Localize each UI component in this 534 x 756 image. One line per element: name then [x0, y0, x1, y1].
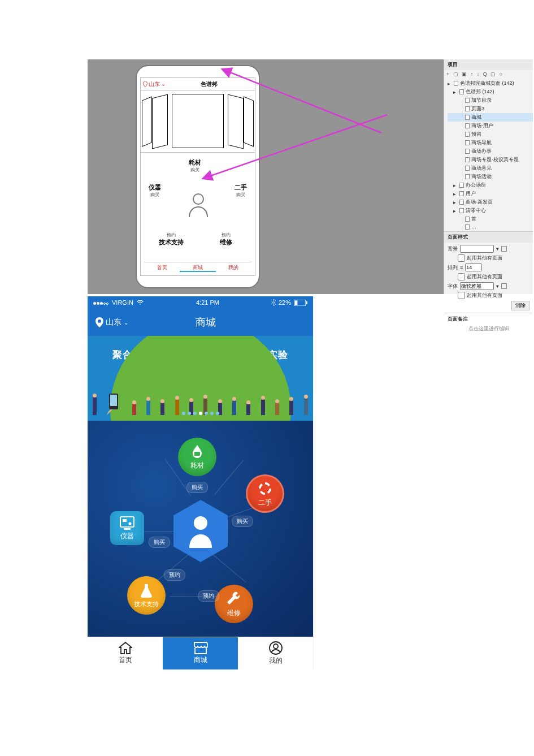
carousel-slide-right	[228, 94, 244, 149]
style-align-apply-check[interactable]: 起用其他有页面	[448, 273, 529, 280]
hero-banner[interactable]: 聚合众人的智慧 让天下没有难做的实验	[88, 336, 313, 421]
tree-item[interactable]: …	[448, 223, 533, 230]
pager-dot[interactable]	[193, 412, 197, 415]
tree-item[interactable]: 加节目录	[448, 96, 533, 105]
tree-expand-icon[interactable]: ▸	[453, 89, 458, 95]
wireframe-cat-yiqi[interactable]: 仪器 购买	[149, 183, 161, 198]
checkbox-bg-apply[interactable]	[458, 254, 465, 262]
style-bg-apply-check[interactable]: 起用其他有页面	[448, 254, 529, 262]
chip-buy-1[interactable]: 购买	[186, 482, 208, 493]
tree-item[interactable]: ▸办公场所	[448, 181, 533, 189]
svg-rect-13	[124, 528, 131, 530]
tree-expand-icon[interactable]: ▸	[453, 208, 458, 214]
user-circle-icon	[269, 641, 283, 655]
color-picker-icon[interactable]	[501, 246, 507, 252]
style-align-check-label: 起用其他有页面	[467, 273, 502, 280]
tree-item[interactable]: ▸商场-新发页	[448, 198, 533, 206]
chip-buy-3[interactable]: 购买	[149, 537, 170, 548]
store-icon	[193, 642, 208, 654]
pager-dot[interactable]	[205, 412, 208, 415]
tree-item[interactable]: 页面3	[448, 105, 533, 113]
wireframe-tab-store[interactable]: 商城	[180, 262, 215, 272]
cat-node-haocai[interactable]: 耗材	[178, 438, 216, 476]
tree-item-label: 商场导航	[471, 139, 492, 146]
wireframe-carousel[interactable]	[141, 90, 255, 153]
wireframe-location[interactable]: 山东 ⌄	[143, 80, 166, 88]
tree-item[interactable]: ▸色谱邦完商城页面 (142)	[448, 79, 533, 88]
wireframe-cat-haocai[interactable]: 耗材 购买	[189, 158, 201, 173]
cat-node-jishu[interactable]: 技术支持	[127, 576, 166, 615]
pager-dot[interactable]	[199, 412, 202, 415]
tab-store[interactable]: 商城	[163, 637, 238, 669]
connector-line	[214, 460, 244, 495]
dropdown-icon[interactable]: ▾	[496, 246, 499, 252]
center-person-hexagon[interactable]	[173, 500, 228, 562]
tree-item-label: 商场专题·校设真专题	[471, 156, 519, 163]
banner-pager[interactable]	[88, 407, 313, 417]
tree-item[interactable]: ▸用户	[448, 189, 533, 198]
wireframe-tab-home[interactable]: 首页	[144, 262, 180, 272]
carousel-slide-center	[172, 94, 224, 148]
wireframe-cat-weixiu[interactable]: 预约 维修	[220, 232, 232, 247]
location-pin-icon	[95, 317, 103, 327]
tree-item[interactable]: 商场办事	[448, 147, 533, 155]
chip-buy-2[interactable]: 购买	[232, 516, 253, 527]
tree-item[interactable]: 商场-用户	[448, 122, 533, 130]
cat-node-weixiu[interactable]: 维修	[215, 585, 253, 623]
tree-item[interactable]: 商场专题·校设真专题	[448, 155, 533, 164]
person-outline-icon	[187, 192, 210, 217]
tree-expand-icon[interactable]: ▸	[453, 200, 458, 205]
battery-icon	[294, 300, 307, 306]
tree-expand-icon[interactable]: ▸	[448, 81, 452, 87]
tree-item-label: …	[471, 224, 476, 230]
tab-home-label: 首页	[119, 655, 132, 665]
project-toolbar[interactable]: + ▢ ▣ ↑ ↓ Q ▢ ○	[444, 70, 533, 78]
recycle-arrows-icon	[257, 480, 273, 497]
project-tree[interactable]: ▸色谱邦完商城页面 (142)▸色谱邦 (142)加节目录页面3商城商场-用户预…	[444, 78, 533, 231]
style-font-apply-check[interactable]: 起用其他有页面	[448, 292, 529, 299]
tree-item-label: 商场活动	[471, 173, 492, 180]
pager-dot[interactable]	[216, 412, 219, 415]
tree-item[interactable]: 商场活动	[448, 172, 533, 181]
style-font-input[interactable]	[460, 282, 494, 290]
pager-dot[interactable]	[210, 412, 214, 415]
tree-item-label: 首	[471, 215, 476, 223]
dropdown-icon[interactable]: ▾	[496, 283, 499, 289]
style-bg-input[interactable]	[460, 245, 494, 253]
color-picker-icon[interactable]	[501, 283, 507, 289]
tree-item[interactable]: ▸清零中心	[448, 206, 533, 215]
bottom-tabbar: 首页 商城 我的	[88, 637, 313, 669]
checkbox-font-apply[interactable]	[458, 292, 465, 299]
tab-home[interactable]: 首页	[88, 637, 163, 669]
chip-book-2[interactable]: 预约	[198, 590, 219, 602]
cat-node-yiqi[interactable]: 仪器	[110, 511, 144, 545]
tree-expand-icon[interactable]: ▸	[453, 191, 458, 197]
tree-item[interactable]: 商场意见	[448, 164, 533, 172]
home-icon	[119, 642, 132, 654]
svg-point-8	[194, 516, 207, 530]
wireframe-tab-mine[interactable]: 我的	[216, 262, 251, 272]
chip-book-1[interactable]: 预约	[164, 569, 185, 581]
checkbox-align-apply[interactable]	[458, 273, 465, 280]
tree-expand-icon[interactable]: ▸	[453, 183, 458, 188]
svg-point-15	[273, 644, 278, 649]
page-icon	[459, 89, 464, 94]
style-clear-button[interactable]: 消除	[511, 301, 529, 310]
bluetooth-icon	[271, 299, 276, 306]
wireframe-cat-ershou[interactable]: 二手 购买	[235, 183, 247, 198]
tree-item[interactable]: ▸色谱邦 (142)	[448, 88, 533, 96]
pager-dot[interactable]	[188, 412, 191, 415]
pager-dot[interactable]	[182, 412, 185, 415]
tree-item[interactable]: 预留	[448, 130, 533, 139]
tree-item[interactable]: 首	[448, 215, 533, 223]
cat-node-ershou[interactable]: 二手	[246, 474, 284, 513]
tree-item[interactable]: 商场导航	[448, 139, 533, 147]
page-notes-hint[interactable]: 点击这里进行编辑	[448, 325, 529, 332]
wireframe-cat-jishu[interactable]: 预约 技术支持	[159, 232, 184, 247]
style-align-input[interactable]	[465, 263, 482, 271]
tree-item[interactable]: 商城	[448, 113, 533, 122]
page-icon	[465, 217, 470, 222]
tab-mine[interactable]: 我的	[238, 637, 313, 669]
align-left-icon[interactable]: ≡	[460, 265, 463, 270]
page-icon	[459, 183, 464, 188]
